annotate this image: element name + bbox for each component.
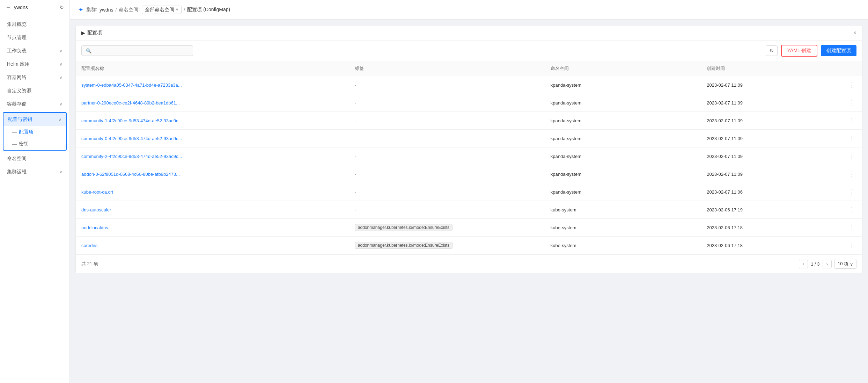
sidebar-item-container-storage[interactable]: 容器存储 ∨: [0, 97, 69, 111]
sidebar-item-config-secret[interactable]: 配置与密钥 ∧: [3, 113, 66, 126]
search-input[interactable]: [94, 48, 189, 53]
toolbar-actions: ↻ YAML 创建 创建配置项: [766, 45, 856, 57]
sidebar-item-helm[interactable]: Helm 应用 ∨: [0, 58, 69, 71]
table-row: corednsaddonmanager.kubernetes.io/mode:E…: [76, 237, 862, 254]
next-page-button[interactable]: ›: [823, 260, 832, 268]
table-row: community-2-4f2c90ce-9d53-474d-ae52-93ac…: [76, 147, 862, 165]
more-actions-button[interactable]: ⋮: [847, 170, 856, 178]
configmap-namespace: kpanda-system: [545, 76, 701, 94]
table-row: partner-0-290ece0c-ce2f-4648-89b2-bea1db…: [76, 94, 862, 112]
more-actions-button[interactable]: ⋮: [847, 81, 856, 89]
page-info: 1 / 3: [811, 261, 819, 267]
create-configmap-button[interactable]: 创建配置项: [821, 45, 856, 56]
configmap-namespace: kube-system: [545, 201, 701, 219]
sidebar-item-cluster-overview[interactable]: 集群概览: [0, 18, 69, 31]
tag-badge: addonmanager.kubernetes.io/mode:EnsureEx…: [355, 242, 453, 249]
sidebar: ← ywdns ↻ 集群概览 节点管理 工作负载 ∨ Helm 应用 ∨ 容器网…: [0, 0, 70, 383]
configmap-name[interactable]: system-0-edba4a05-0347-4a71-bd4e-a7233a3…: [76, 76, 349, 94]
table-row: addon-0-62f8051d-0668-4c66-80be-afb9b247…: [76, 165, 862, 183]
container-storage-chevron-icon: ∨: [59, 102, 62, 107]
back-button[interactable]: ←: [6, 4, 11, 10]
no-tags: -: [355, 189, 356, 195]
configmap-tags: addonmanager.kubernetes.io/mode:EnsureEx…: [349, 237, 545, 254]
configmap-name[interactable]: dns-autoscaler: [76, 201, 349, 219]
configmap-name[interactable]: partner-0-290ece0c-ce2f-4648-89b2-bea1db…: [76, 94, 349, 112]
configmap-created: 2023-02-06 17:19: [701, 201, 842, 219]
sidebar-item-namespace[interactable]: 命名空间: [0, 152, 69, 165]
sidebar-item-secret[interactable]: — 密钥: [3, 138, 66, 150]
configmap-action: ⋮: [842, 130, 862, 147]
more-actions-button[interactable]: ⋮: [847, 152, 856, 160]
search-box[interactable]: 🔍: [81, 45, 193, 56]
cluster-name-breadcrumb: ywdns: [100, 7, 113, 13]
topbar: ✦ 集群: ywdns / 命名空间: 全部命名空间 ∨ / 配置项 (Conf…: [70, 0, 868, 20]
sidebar-nav: 集群概览 节点管理 工作负载 ∨ Helm 应用 ∨ 容器网络 ∨ 自定义资源 …: [0, 15, 69, 383]
configmap-created: 2023-02-06 17:18: [701, 219, 842, 237]
col-header-namespace: 命名空间: [545, 61, 701, 76]
configmap-name[interactable]: addon-0-62f8051d-0668-4c66-80be-afb9b247…: [76, 165, 349, 183]
sidebar-item-container-network[interactable]: 容器网络 ∨: [0, 71, 69, 84]
configmap-action: ⋮: [842, 219, 862, 237]
sidebar-item-node-management[interactable]: 节点管理: [0, 31, 69, 44]
table-row: community-0-4f2c90ce-9d53-474d-ae52-93ac…: [76, 130, 862, 147]
container-network-chevron-icon: ∨: [59, 75, 62, 80]
main-panel: ▶ 配置项 × 🔍 ↻ YAML 创建 创建配置项: [75, 25, 862, 273]
table-footer: 共 21 项 ‹ 1 / 3 › 10 项 ∨: [76, 254, 862, 273]
more-actions-button[interactable]: ⋮: [847, 117, 856, 124]
configmap-name[interactable]: nodelocaldns: [76, 219, 349, 237]
configmap-namespace: kpanda-system: [545, 130, 701, 147]
configmap-namespace: kpanda-system: [545, 94, 701, 112]
configmap-namespace: kube-system: [545, 219, 701, 237]
breadcrumb: 集群: ywdns / 命名空间: 全部命名空间 ∨ / 配置项 (Config…: [86, 6, 230, 14]
table-row: dns-autoscaler-kube-system2023-02-06 17:…: [76, 201, 862, 219]
page-size-select[interactable]: 10 项 ∨: [834, 259, 856, 269]
configmap-name[interactable]: community-0-4f2c90ce-9d53-474d-ae52-93ac…: [76, 130, 349, 147]
tag-badge: addonmanager.kubernetes.io/mode:EnsureEx…: [355, 224, 453, 231]
namespace-label: 命名空间:: [119, 7, 140, 13]
panel-close-button[interactable]: ×: [853, 30, 856, 36]
more-actions-button[interactable]: ⋮: [847, 224, 856, 231]
more-actions-button[interactable]: ⋮: [847, 188, 856, 196]
no-tags: -: [355, 172, 356, 177]
sidebar-item-workload[interactable]: 工作负载 ∨: [0, 44, 69, 58]
configmap-tags: -: [349, 76, 545, 94]
sidebar-item-configmap[interactable]: — 配置项: [3, 126, 66, 138]
app-icon: ✦: [78, 6, 83, 14]
configmap-action: ⋮: [842, 201, 862, 219]
configmap-table: 配置项名称 标签 命名空间 创建时间 system-0-edba4a05-034…: [76, 61, 862, 254]
configmap-created: 2023-02-07 11:09: [701, 165, 842, 183]
prev-page-button[interactable]: ‹: [799, 260, 808, 268]
namespace-select[interactable]: 全部命名空间 ∨: [142, 6, 182, 14]
configmap-name[interactable]: community-1-4f2c90ce-9d53-474d-ae52-93ac…: [76, 112, 349, 130]
no-tags: -: [355, 100, 356, 106]
configmap-tags: -: [349, 183, 545, 201]
no-tags: -: [355, 136, 356, 141]
configmap-tags: -: [349, 165, 545, 183]
more-actions-button[interactable]: ⋮: [847, 206, 856, 214]
configmap-created: 2023-02-07 11:09: [701, 94, 842, 112]
search-icon: 🔍: [86, 48, 91, 53]
panel-header: ▶ 配置项 ×: [76, 26, 862, 41]
configmap-name[interactable]: community-2-4f2c90ce-9d53-474d-ae52-93ac…: [76, 147, 349, 165]
sidebar-refresh-button[interactable]: ↻: [60, 5, 64, 10]
namespace-value: 全部命名空间: [145, 7, 174, 13]
refresh-button[interactable]: ↻: [766, 45, 778, 56]
configmap-tags: -: [349, 130, 545, 147]
sidebar-item-custom-resource[interactable]: 自定义资源: [0, 84, 69, 97]
pagination: ‹ 1 / 3 › 10 项 ∨: [799, 259, 856, 269]
configmap-name[interactable]: coredns: [76, 237, 349, 254]
more-actions-button[interactable]: ⋮: [847, 99, 856, 107]
configmap-name[interactable]: kube-root-ca.crt: [76, 183, 349, 201]
configmap-action: ⋮: [842, 165, 862, 183]
yaml-create-button[interactable]: YAML 创建: [781, 45, 817, 57]
col-header-name: 配置项名称: [76, 61, 349, 76]
helm-chevron-icon: ∨: [59, 62, 62, 67]
configmap-action: ⋮: [842, 237, 862, 254]
configmap-namespace: kpanda-system: [545, 183, 701, 201]
table-row: system-0-edba4a05-0347-4a71-bd4e-a7233a3…: [76, 76, 862, 94]
more-actions-button[interactable]: ⋮: [847, 135, 856, 142]
table-row: community-1-4f2c90ce-9d53-474d-ae52-93ac…: [76, 112, 862, 130]
configmap-namespace: kpanda-system: [545, 165, 701, 183]
more-actions-button[interactable]: ⋮: [847, 241, 856, 249]
sidebar-item-cluster-ops[interactable]: 集群运维 ∨: [0, 165, 69, 179]
